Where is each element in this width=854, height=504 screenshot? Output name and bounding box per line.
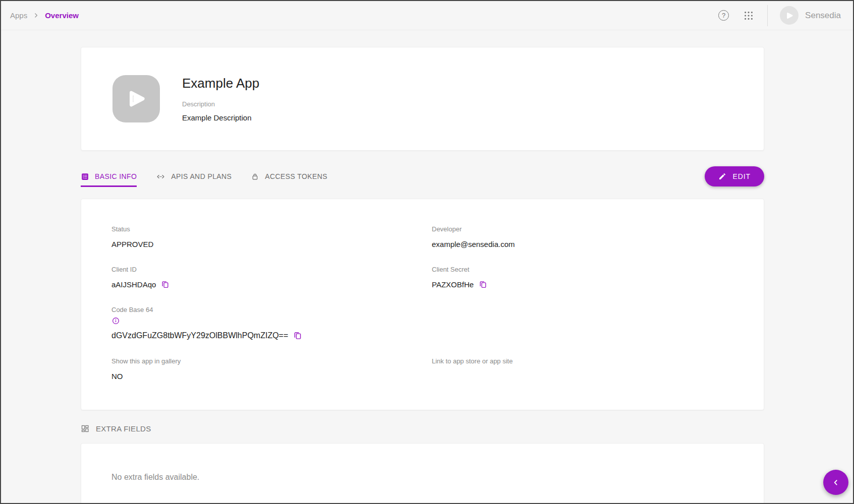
app-window: Apps Overview ? <box>0 0 854 504</box>
play-logo-icon <box>122 84 151 113</box>
copy-icon[interactable] <box>479 280 487 289</box>
tab-access-tokens-label: ACCESS TOKENS <box>265 172 327 180</box>
field-spacer <box>432 306 764 340</box>
extra-fields-header: EXTRA FIELDS <box>81 424 764 433</box>
code-icon <box>156 172 165 181</box>
extra-fields-card: No extra fields available. <box>81 443 764 504</box>
edit-button-label: EDIT <box>733 172 751 180</box>
chevron-right-icon <box>33 12 39 19</box>
tab-apis-and-plans[interactable]: APIS AND PLANS <box>156 166 232 187</box>
description-value: Example Description <box>182 113 259 122</box>
breadcrumb-apps[interactable]: Apps <box>10 11 27 20</box>
topbar-divider <box>767 5 768 26</box>
status-label: Status <box>111 225 432 233</box>
info-icon[interactable] <box>111 317 121 325</box>
lock-icon <box>251 172 259 181</box>
list-icon <box>81 172 89 181</box>
app-info: Example App Description Example Descript… <box>182 76 259 122</box>
field-code-base64: Code Base 64 dGVzdGFuZG8tbWFyY29zOlBBWlh… <box>111 306 432 340</box>
client-id-value: aAIJSHDAqo <box>111 280 156 289</box>
apps-grid-icon[interactable] <box>743 10 754 21</box>
tabs-row: BASIC INFO APIS AND PLANS ACCESS TOKENS <box>81 166 764 187</box>
status-value: APPROVED <box>111 239 432 248</box>
extra-fields-title: EXTRA FIELDS <box>96 424 151 433</box>
account-menu[interactable]: Sensedia <box>780 6 841 25</box>
help-icon[interactable]: ? <box>718 10 729 21</box>
extra-fields-empty-message: No extra fields available. <box>111 473 199 481</box>
field-developer: Developer example@sensedia.com <box>432 225 764 248</box>
client-secret-value: PAZXOBfHe <box>432 280 474 289</box>
tab-basic-info[interactable]: BASIC INFO <box>81 166 137 187</box>
gallery-label: Show this app in gallery <box>111 357 432 365</box>
breadcrumb-overview: Overview <box>45 11 79 20</box>
account-name: Sensedia <box>805 11 841 21</box>
field-client-id: Client ID aAIJSHDAqo <box>111 266 432 289</box>
developer-value: example@sensedia.com <box>432 239 764 248</box>
field-grid: Status APPROVED Developer example@sensed… <box>111 225 764 381</box>
code-base64-value: dGVzdGFuZG8tbWFyY29zOlBBWlhPQmZIZQ== <box>111 331 288 340</box>
edit-button[interactable]: EDIT <box>705 166 765 186</box>
topbar-icons: ? <box>718 10 754 21</box>
field-app-link: Link to app store or app site <box>432 357 764 381</box>
breadcrumb: Apps Overview <box>10 11 79 20</box>
chevron-left-icon <box>831 477 841 487</box>
copy-icon[interactable] <box>293 331 302 340</box>
field-show-in-gallery: Show this app in gallery NO <box>111 357 432 381</box>
field-client-secret: Client Secret PAZXOBfHe <box>432 266 764 289</box>
app-title: Example App <box>182 76 259 91</box>
app-header-card: Example App Description Example Descript… <box>81 47 764 151</box>
page-content: Example App Description Example Descript… <box>1 30 853 504</box>
tab-apis-and-plans-label: APIS AND PLANS <box>171 172 232 180</box>
dashboard-icon <box>81 424 89 433</box>
basic-info-card: Status APPROVED Developer example@sensed… <box>81 199 764 410</box>
gallery-value: NO <box>111 371 432 381</box>
client-id-label: Client ID <box>111 266 432 273</box>
copy-icon[interactable] <box>161 280 169 289</box>
developer-label: Developer <box>432 225 764 233</box>
avatar <box>780 6 799 25</box>
top-bar: Apps Overview ? <box>1 1 853 30</box>
app-link-label: Link to app store or app site <box>432 357 764 365</box>
help-question-mark: ? <box>718 10 729 21</box>
client-secret-label: Client Secret <box>432 266 764 273</box>
field-status: Status APPROVED <box>111 225 432 248</box>
description-label: Description <box>182 100 259 108</box>
collapse-fab-button[interactable] <box>823 470 848 495</box>
pencil-icon <box>718 172 726 180</box>
tab-access-tokens[interactable]: ACCESS TOKENS <box>251 166 327 187</box>
tab-basic-info-label: BASIC INFO <box>95 172 137 180</box>
code-base64-label: Code Base 64 <box>111 306 432 313</box>
app-avatar <box>112 75 160 122</box>
sensedia-logo-icon <box>783 10 795 22</box>
app-link-value <box>432 371 764 381</box>
